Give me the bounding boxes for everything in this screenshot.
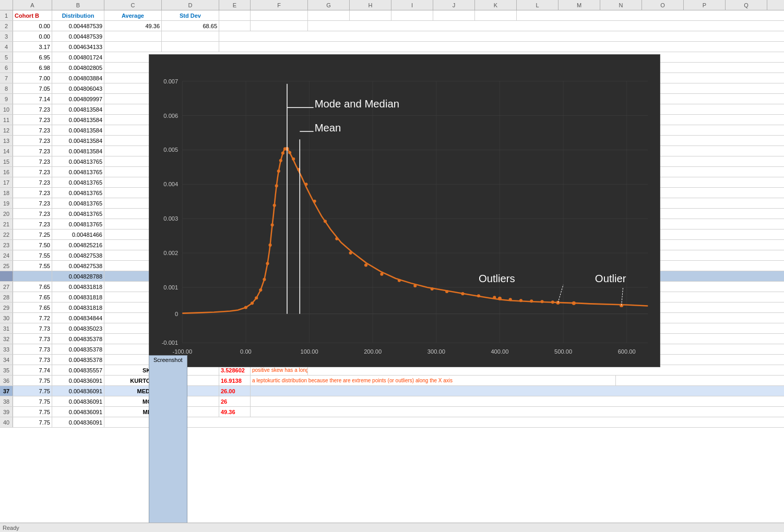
cell-a11[interactable]: 7.23 — [13, 115, 52, 125]
cell-b16[interactable]: 0.004813765 — [52, 167, 104, 177]
cell-b25[interactable]: 0.004827538 — [52, 261, 104, 271]
cell-a30[interactable]: 7.72 — [13, 313, 52, 323]
row-number: 24 — [0, 250, 13, 260]
cell-a1[interactable]: Cohort B — [13, 10, 52, 20]
cell-b27[interactable]: 0.004831818 — [52, 282, 104, 292]
cell-a18[interactable]: 7.23 — [13, 188, 52, 198]
cell-b3[interactable]: 0.004487539 — [52, 31, 104, 41]
cell-a25[interactable]: 7.55 — [13, 261, 52, 271]
cell-b20[interactable]: 0.004813765 — [52, 209, 104, 219]
cell-a38[interactable]: 7.75 — [13, 396, 52, 406]
cell-b5[interactable]: 0.004801724 — [52, 52, 104, 62]
cell-a34[interactable]: 7.73 — [13, 355, 52, 365]
cell-e36[interactable]: 16.9138 — [219, 376, 251, 385]
cell-a40[interactable]: 7.75 — [13, 417, 52, 427]
cell-b10[interactable]: 0.004813584 — [52, 104, 104, 114]
cell-a35[interactable]: 7.74 — [13, 365, 52, 375]
cell-c2[interactable]: 49.36 — [104, 21, 162, 31]
cell-b29[interactable]: 0.004831818 — [52, 303, 104, 312]
cell-a3[interactable]: 0.00 — [13, 31, 52, 41]
cell-a10[interactable]: 7.23 — [13, 104, 52, 114]
cell-b38[interactable]: 0.004836091 — [52, 396, 104, 406]
cell-a21[interactable]: 7.23 — [13, 219, 52, 229]
cell-c1[interactable]: Average — [104, 10, 162, 20]
cell-b14[interactable]: 0.004813584 — [52, 146, 104, 156]
cell-a8[interactable]: 7.05 — [13, 83, 52, 93]
svg-point-41 — [269, 244, 272, 247]
cell-b2[interactable]: 0.004487539 — [52, 21, 104, 31]
cell-a28[interactable]: 7.65 — [13, 292, 52, 302]
cell-b30[interactable]: 0.004834844 — [52, 313, 104, 323]
cell-b40[interactable]: 0.004836091 — [52, 417, 104, 427]
cell-b12[interactable]: 0.004813584 — [52, 125, 104, 135]
screenshot-tab[interactable]: Screenshot — [149, 355, 187, 532]
cell-a13[interactable]: 7.23 — [13, 136, 52, 146]
cell-e37[interactable]: 26.00 — [219, 386, 251, 396]
cell-b26[interactable]: 0.004828788 — [52, 271, 104, 281]
cell-b13[interactable]: 0.004813584 — [52, 136, 104, 146]
cell-b34[interactable]: 0.004835378 — [52, 355, 104, 365]
cell-b32[interactable]: 0.004835378 — [52, 334, 104, 344]
cell-a32[interactable]: 7.73 — [13, 334, 52, 344]
cell-b23[interactable]: 0.004825216 — [52, 240, 104, 250]
svg-point-58 — [364, 263, 367, 267]
corner-cell — [0, 0, 13, 10]
cell-a22[interactable]: 7.25 — [13, 229, 52, 239]
cell-b17[interactable]: 0.004813765 — [52, 177, 104, 187]
cell-d1[interactable]: Std Dev — [162, 10, 219, 20]
cell-a26[interactable] — [13, 271, 52, 281]
row-number: 19 — [0, 198, 13, 208]
cell-b4[interactable]: 0.004634133 — [52, 42, 104, 52]
cell-a19[interactable]: 7.23 — [13, 198, 52, 208]
cell-a23[interactable]: 7.50 — [13, 240, 52, 250]
row-number: 2 — [0, 21, 13, 31]
cell-b33[interactable]: 0.004835378 — [52, 344, 104, 354]
cell-a31[interactable]: 7.73 — [13, 323, 52, 333]
cell-b24[interactable]: 0.004827538 — [52, 250, 104, 260]
cell-a20[interactable]: 7.23 — [13, 209, 52, 219]
cell-a12[interactable]: 7.23 — [13, 125, 52, 135]
cell-b15[interactable]: 0.004813765 — [52, 156, 104, 166]
cell-a39[interactable]: 7.75 — [13, 407, 52, 417]
cell-a29[interactable]: 7.65 — [13, 303, 52, 312]
cell-b35[interactable]: 0.004835557 — [52, 365, 104, 375]
cell-a2[interactable]: 0.00 — [13, 21, 52, 31]
cell-b31[interactable]: 0.004835023 — [52, 323, 104, 333]
row-number: 27 — [0, 282, 13, 292]
cell-a27[interactable]: 7.65 — [13, 282, 52, 292]
cell-b7[interactable]: 0.004803884 — [52, 73, 104, 83]
cell-b36[interactable]: 0.004836091 — [52, 376, 104, 385]
cell-e38[interactable]: 26 — [219, 396, 251, 406]
cell-b39[interactable]: 0.004836091 — [52, 407, 104, 417]
distribution-chart: 0.007 0.006 0.005 0.004 0.003 0.002 0.00… — [149, 54, 660, 367]
table-row: 2 0.00 0.004487539 49.36 68.65 — [0, 21, 784, 31]
cell-b21[interactable]: 0.004813765 — [52, 219, 104, 229]
svg-text:200.00: 200.00 — [364, 348, 382, 355]
cell-e39[interactable]: 49.36 — [219, 407, 251, 417]
cell-a9[interactable]: 7.14 — [13, 94, 52, 104]
cell-b22[interactable]: 0.00481466 — [52, 229, 104, 239]
cell-b19[interactable]: 0.004813765 — [52, 198, 104, 208]
cell-a24[interactable]: 7.55 — [13, 250, 52, 260]
cell-a6[interactable]: 6.98 — [13, 63, 52, 72]
cell-a36[interactable]: 7.75 — [13, 376, 52, 385]
cell-a15[interactable]: 7.23 — [13, 156, 52, 166]
cell-b18[interactable]: 0.004813765 — [52, 188, 104, 198]
cell-a5[interactable]: 6.95 — [13, 52, 52, 62]
cell-b28[interactable]: 0.004831818 — [52, 292, 104, 302]
svg-point-53 — [304, 183, 307, 186]
cell-b9[interactable]: 0.004809997 — [52, 94, 104, 104]
cell-b11[interactable]: 0.004813584 — [52, 115, 104, 125]
cell-a33[interactable]: 7.73 — [13, 344, 52, 354]
cell-a14[interactable]: 7.23 — [13, 146, 52, 156]
cell-a17[interactable]: 7.23 — [13, 177, 52, 187]
cell-b1[interactable]: Distribution — [52, 10, 104, 20]
cell-a7[interactable]: 7.00 — [13, 73, 52, 83]
cell-a16[interactable]: 7.23 — [13, 167, 52, 177]
cell-b37[interactable]: 0.004836091 — [52, 386, 104, 396]
cell-b8[interactable]: 0.004806043 — [52, 83, 104, 93]
cell-a4[interactable]: 3.17 — [13, 42, 52, 52]
cell-b6[interactable]: 0.004802805 — [52, 63, 104, 72]
cell-a37[interactable]: 7.75 — [13, 386, 52, 396]
cell-d2[interactable]: 68.65 — [162, 21, 219, 31]
